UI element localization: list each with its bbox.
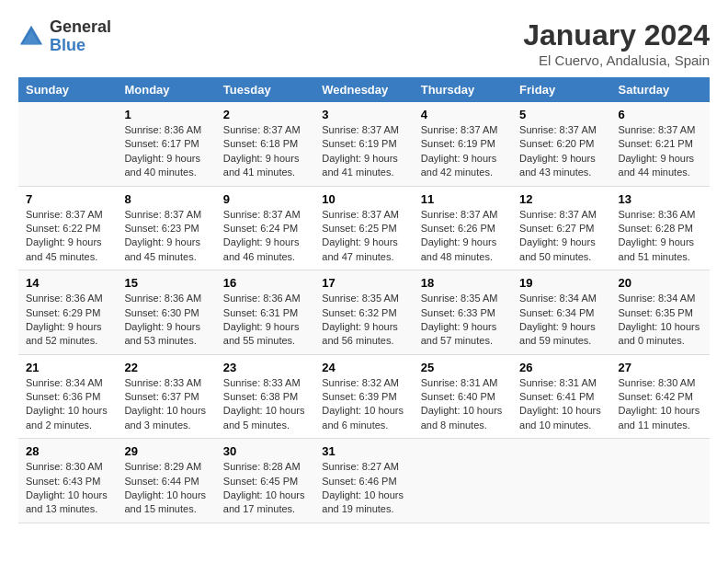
calendar-cell: 2 Sunrise: 8:37 AM Sunset: 6:18 PM Dayli… bbox=[216, 102, 314, 186]
day-number: 23 bbox=[223, 361, 307, 374]
day-info: Sunrise: 8:35 AM Sunset: 6:32 PM Dayligh… bbox=[322, 292, 405, 349]
weekday-header: Monday bbox=[117, 77, 215, 102]
sunrise-text: Sunrise: 8:36 AM bbox=[223, 293, 301, 304]
sunset-text: Sunset: 6:44 PM bbox=[124, 476, 199, 487]
calendar-cell: 14 Sunrise: 8:36 AM Sunset: 6:29 PM Dayl… bbox=[18, 270, 117, 355]
calendar-cell: 17 Sunrise: 8:35 AM Sunset: 6:32 PM Dayl… bbox=[314, 270, 413, 355]
calendar-cell: 9 Sunrise: 8:37 AM Sunset: 6:24 PM Dayli… bbox=[216, 186, 314, 270]
day-number: 4 bbox=[421, 108, 505, 121]
daylight-text: Daylight: 10 hours and 11 minutes. bbox=[619, 405, 700, 430]
calendar-cell: 28 Sunrise: 8:30 AM Sunset: 6:43 PM Dayl… bbox=[18, 439, 117, 523]
weekday-header: Tuesday bbox=[216, 77, 314, 102]
calendar-cell: 6 Sunrise: 8:37 AM Sunset: 6:21 PM Dayli… bbox=[611, 102, 710, 186]
sunrise-text: Sunrise: 8:27 AM bbox=[322, 461, 399, 472]
daylight-text: Daylight: 10 hours and 13 minutes. bbox=[26, 489, 108, 514]
day-number: 17 bbox=[322, 276, 405, 290]
weekday-row: SundayMondayTuesdayWednesdayThursdayFrid… bbox=[18, 77, 710, 102]
day-info: Sunrise: 8:36 AM Sunset: 6:30 PM Dayligh… bbox=[124, 292, 208, 349]
day-info: Sunrise: 8:37 AM Sunset: 6:19 PM Dayligh… bbox=[322, 123, 405, 180]
day-info: Sunrise: 8:33 AM Sunset: 6:37 PM Dayligh… bbox=[124, 376, 208, 433]
daylight-text: Daylight: 9 hours and 50 minutes. bbox=[519, 236, 596, 261]
daylight-text: Daylight: 10 hours and 5 minutes. bbox=[223, 405, 305, 430]
sunrise-text: Sunrise: 8:34 AM bbox=[619, 293, 696, 304]
sunset-text: Sunset: 6:19 PM bbox=[322, 138, 396, 149]
sunset-text: Sunset: 6:36 PM bbox=[26, 391, 100, 402]
day-info: Sunrise: 8:37 AM Sunset: 6:27 PM Dayligh… bbox=[519, 208, 603, 265]
calendar-cell bbox=[414, 439, 512, 523]
logo-blue: Blue bbox=[50, 37, 111, 55]
sunset-text: Sunset: 6:21 PM bbox=[619, 138, 693, 149]
calendar-table: SundayMondayTuesdayWednesdayThursdayFrid… bbox=[18, 77, 710, 523]
sunset-text: Sunset: 6:38 PM bbox=[223, 391, 298, 402]
sunset-text: Sunset: 6:40 PM bbox=[421, 391, 495, 402]
day-info: Sunrise: 8:37 AM Sunset: 6:26 PM Dayligh… bbox=[421, 208, 505, 265]
calendar-week-row: 21 Sunrise: 8:34 AM Sunset: 6:36 PM Dayl… bbox=[18, 354, 710, 439]
daylight-text: Daylight: 10 hours and 3 minutes. bbox=[124, 405, 206, 430]
daylight-text: Daylight: 9 hours and 41 minutes. bbox=[322, 153, 398, 178]
calendar-cell: 29 Sunrise: 8:29 AM Sunset: 6:44 PM Dayl… bbox=[117, 439, 215, 523]
day-number: 15 bbox=[124, 276, 208, 290]
sunset-text: Sunset: 6:29 PM bbox=[26, 307, 100, 318]
day-number: 29 bbox=[124, 444, 208, 458]
calendar-cell: 31 Sunrise: 8:27 AM Sunset: 6:46 PM Dayl… bbox=[314, 439, 413, 523]
calendar-cell: 10 Sunrise: 8:37 AM Sunset: 6:25 PM Dayl… bbox=[314, 186, 413, 270]
sunrise-text: Sunrise: 8:37 AM bbox=[421, 124, 498, 135]
day-number: 1 bbox=[124, 108, 208, 121]
sunrise-text: Sunrise: 8:31 AM bbox=[421, 377, 498, 388]
day-info: Sunrise: 8:28 AM Sunset: 6:45 PM Dayligh… bbox=[223, 460, 307, 517]
day-info: Sunrise: 8:36 AM Sunset: 6:31 PM Dayligh… bbox=[223, 292, 307, 349]
sunrise-text: Sunrise: 8:29 AM bbox=[124, 461, 201, 472]
weekday-header: Saturday bbox=[611, 77, 710, 102]
daylight-text: Daylight: 9 hours and 55 minutes. bbox=[223, 321, 300, 346]
sunrise-text: Sunrise: 8:37 AM bbox=[124, 209, 201, 220]
daylight-text: Daylight: 9 hours and 45 minutes. bbox=[26, 236, 102, 261]
calendar-cell: 26 Sunrise: 8:31 AM Sunset: 6:41 PM Dayl… bbox=[512, 354, 610, 439]
calendar-cell: 21 Sunrise: 8:34 AM Sunset: 6:36 PM Dayl… bbox=[18, 354, 117, 439]
day-info: Sunrise: 8:37 AM Sunset: 6:24 PM Dayligh… bbox=[223, 208, 307, 265]
sunrise-text: Sunrise: 8:37 AM bbox=[223, 209, 301, 220]
page-header: General Blue January 2024 El Cuervo, And… bbox=[18, 18, 710, 68]
sunrise-text: Sunrise: 8:34 AM bbox=[519, 293, 597, 304]
calendar-cell: 3 Sunrise: 8:37 AM Sunset: 6:19 PM Dayli… bbox=[314, 102, 413, 186]
day-number: 21 bbox=[26, 361, 109, 374]
day-info: Sunrise: 8:37 AM Sunset: 6:22 PM Dayligh… bbox=[26, 208, 109, 265]
calendar-cell: 1 Sunrise: 8:36 AM Sunset: 6:17 PM Dayli… bbox=[117, 102, 215, 186]
calendar-cell: 7 Sunrise: 8:37 AM Sunset: 6:22 PM Dayli… bbox=[18, 186, 117, 270]
day-number: 2 bbox=[223, 108, 307, 121]
daylight-text: Daylight: 9 hours and 48 minutes. bbox=[421, 236, 497, 261]
sunset-text: Sunset: 6:22 PM bbox=[26, 223, 100, 234]
sunrise-text: Sunrise: 8:34 AM bbox=[26, 377, 103, 388]
sunrise-text: Sunrise: 8:37 AM bbox=[26, 209, 103, 220]
sunrise-text: Sunrise: 8:36 AM bbox=[619, 209, 696, 220]
day-info: Sunrise: 8:34 AM Sunset: 6:35 PM Dayligh… bbox=[619, 292, 702, 349]
daylight-text: Daylight: 10 hours and 2 minutes. bbox=[26, 405, 108, 430]
weekday-header: Sunday bbox=[18, 77, 117, 102]
sunset-text: Sunset: 6:17 PM bbox=[124, 138, 199, 149]
sunrise-text: Sunrise: 8:28 AM bbox=[223, 461, 301, 472]
day-info: Sunrise: 8:37 AM Sunset: 6:19 PM Dayligh… bbox=[421, 123, 505, 180]
day-info: Sunrise: 8:37 AM Sunset: 6:23 PM Dayligh… bbox=[124, 208, 208, 265]
day-info: Sunrise: 8:37 AM Sunset: 6:21 PM Dayligh… bbox=[619, 123, 702, 180]
sunrise-text: Sunrise: 8:37 AM bbox=[322, 209, 399, 220]
day-info: Sunrise: 8:36 AM Sunset: 6:17 PM Dayligh… bbox=[124, 123, 208, 180]
daylight-text: Daylight: 10 hours and 10 minutes. bbox=[519, 405, 601, 430]
sunrise-text: Sunrise: 8:31 AM bbox=[519, 377, 597, 388]
calendar-week-row: 7 Sunrise: 8:37 AM Sunset: 6:22 PM Dayli… bbox=[18, 186, 710, 270]
sunrise-text: Sunrise: 8:36 AM bbox=[26, 293, 103, 304]
day-info: Sunrise: 8:37 AM Sunset: 6:18 PM Dayligh… bbox=[223, 123, 307, 180]
sunset-text: Sunset: 6:18 PM bbox=[223, 138, 298, 149]
daylight-text: Daylight: 9 hours and 43 minutes. bbox=[519, 153, 596, 178]
sunset-text: Sunset: 6:28 PM bbox=[619, 223, 693, 234]
calendar-week-row: 28 Sunrise: 8:30 AM Sunset: 6:43 PM Dayl… bbox=[18, 439, 710, 523]
sunset-text: Sunset: 6:34 PM bbox=[519, 307, 594, 318]
calendar-body: 1 Sunrise: 8:36 AM Sunset: 6:17 PM Dayli… bbox=[18, 102, 710, 523]
day-number: 26 bbox=[519, 361, 603, 374]
sunset-text: Sunset: 6:32 PM bbox=[322, 307, 396, 318]
day-number: 12 bbox=[519, 192, 603, 206]
calendar-cell: 20 Sunrise: 8:34 AM Sunset: 6:35 PM Dayl… bbox=[611, 270, 710, 355]
sunset-text: Sunset: 6:27 PM bbox=[519, 223, 594, 234]
calendar-week-row: 1 Sunrise: 8:36 AM Sunset: 6:17 PM Dayli… bbox=[18, 102, 710, 186]
calendar-week-row: 14 Sunrise: 8:36 AM Sunset: 6:29 PM Dayl… bbox=[18, 270, 710, 355]
day-info: Sunrise: 8:37 AM Sunset: 6:25 PM Dayligh… bbox=[322, 208, 405, 265]
sunrise-text: Sunrise: 8:37 AM bbox=[421, 209, 498, 220]
